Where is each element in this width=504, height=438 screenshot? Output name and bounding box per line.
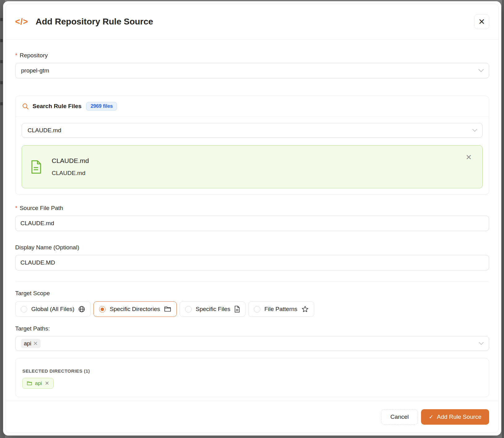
selected-file-title: CLAUDE.md [52,157,89,164]
target-scope-option-global[interactable]: Global (All Files) [15,301,91,317]
modal-title: Add Repository Rule Source [36,17,153,27]
search-section-title: Search Rule Files [33,103,81,110]
required-asterisk: * [15,52,17,59]
option-label: File Patterns [264,306,298,313]
remove-directory-icon[interactable]: ✕ [45,380,49,387]
add-rule-source-button[interactable]: ✓ Add Rule Source [421,409,489,425]
chevron-down-icon [479,342,484,345]
search-section-header: Search Rule Files 2969 files [15,96,489,116]
display-name-input[interactable] [15,255,489,270]
star-icon [302,306,309,313]
chevron-down-icon [472,129,477,132]
target-paths-select[interactable]: api ✕ [15,336,489,351]
folder-icon [164,306,171,312]
path-tag-label: api [24,340,31,347]
repository-label: *Repository [15,52,489,59]
search-section-content: CLAUDE.md CLAUDE.md CLAUDE.md [15,117,489,195]
selected-directories-section: SELECTED DIRECTORIES (1) api ✕ [15,358,489,397]
target-scope-option-file-patterns[interactable]: File Patterns [248,301,314,317]
target-scope-option-specific-files[interactable]: Specific Files [180,301,245,317]
radio-icon [185,306,192,313]
globe-icon [78,306,85,313]
cancel-button[interactable]: Cancel [381,409,418,425]
dimmed-background-right [502,0,504,438]
add-rule-source-label: Add Rule Source [437,414,481,420]
close-button[interactable]: ✕ [474,14,489,29]
modal-body: *Repository propel-gtm Search Rule Files… [6,40,498,401]
selected-directories-title: SELECTED DIRECTORIES (1) [22,368,482,374]
repository-select[interactable]: propel-gtm [15,63,489,78]
required-asterisk: * [15,205,17,211]
source-file-path-input[interactable] [15,216,489,231]
radio-icon [99,306,106,313]
modal-footer: Cancel ✓ Add Rule Source [6,401,498,433]
close-icon: ✕ [478,18,485,26]
target-scope-label: Target Scope [15,290,489,297]
display-name-label: Display Name (Optional) [15,244,489,251]
radio-icon [254,306,260,313]
remove-selected-file-icon[interactable]: ✕ [466,153,472,162]
file-document-icon [31,160,42,174]
search-icon [22,103,29,110]
selected-file-path: CLAUDE.md [52,170,89,177]
chevron-down-icon [478,69,484,72]
target-paths-label: Target Paths: [15,325,489,332]
modal-card: </> Add Repository Rule Source ✕ *Reposi… [6,4,499,433]
radio-icon [21,306,27,313]
selected-directory-label: api [35,380,42,387]
path-tag: api ✕ [21,339,41,348]
selected-directory-tag: api ✕ [22,378,54,389]
folder-icon [27,381,32,386]
option-label: Specific Files [196,306,230,313]
option-label: Global (All Files) [31,306,74,313]
search-rule-files-section: Search Rule Files 2969 files CLAUDE.md [15,96,489,195]
check-icon: ✓ [429,414,433,420]
modal-header: </> Add Repository Rule Source ✕ [6,4,498,39]
add-repository-rule-source-modal: </> Add Repository Rule Source ✕ *Reposi… [3,1,501,436]
rule-file-search-select[interactable]: CLAUDE.md [22,123,483,138]
section-divider [15,282,489,282]
target-scope-options: Global (All Files) Specific Directories … [15,301,489,317]
file-icon [234,306,240,313]
repository-select-value: propel-gtm [21,67,49,74]
option-label: Specific Directories [110,306,160,313]
selected-file-card: CLAUDE.md CLAUDE.md ✕ [22,145,483,188]
target-scope-option-specific-directories[interactable]: Specific Directories [93,301,177,317]
remove-path-tag-icon[interactable]: ✕ [33,340,38,347]
file-count-badge: 2969 files [86,102,117,111]
selected-file-text: CLAUDE.md CLAUDE.md [52,157,89,177]
source-file-path-label: *Source File Path [15,205,489,212]
rule-file-search-value: CLAUDE.md [28,127,61,134]
code-icon: </> [15,17,28,27]
